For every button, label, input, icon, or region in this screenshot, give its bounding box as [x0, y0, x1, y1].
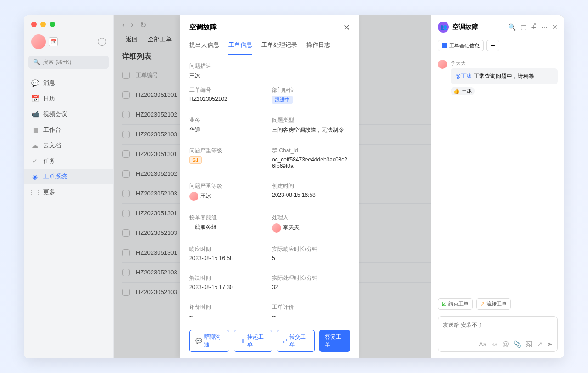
- severity-badge: S1: [189, 156, 202, 164]
- field-label: 接单客服组: [189, 214, 267, 222]
- user-row: 📅 +: [24, 31, 113, 53]
- tab-1[interactable]: 工单信息: [228, 37, 252, 55]
- emoji-icon[interactable]: ☺: [491, 340, 498, 348]
- mention[interactable]: @王冰: [455, 73, 472, 79]
- tab-0[interactable]: 提出人信息: [189, 37, 219, 55]
- add-member-icon[interactable]: +̊: [531, 23, 537, 31]
- nav-label: 更多: [43, 188, 55, 196]
- field-value: 5: [272, 255, 350, 262]
- field-value: HZ2023052102: [189, 96, 267, 102]
- font-icon[interactable]: Aa: [479, 340, 486, 348]
- field-label: 实际响应时长/分钟: [272, 245, 350, 253]
- field-value: 三间客房空调故障，无法制冷: [272, 126, 350, 134]
- field-value: --: [272, 313, 350, 319]
- forward-ticket-button[interactable]: ↗流转工单: [476, 298, 511, 310]
- nav-icon: ✓: [31, 157, 39, 165]
- send-icon[interactable]: ➤: [547, 340, 553, 348]
- hold-button[interactable]: ⏸挂起工单: [234, 330, 272, 352]
- field-label: 响应时间: [189, 245, 267, 253]
- nav-item-3[interactable]: ▦工作台: [24, 122, 113, 138]
- add-button[interactable]: +: [98, 38, 106, 46]
- nav-icon: ▦: [31, 126, 39, 134]
- window-controls: [24, 15, 113, 31]
- chat-body: 李天天 @王冰 正常查询问题中，请稍等 👍王冰: [431, 54, 564, 295]
- mention-icon[interactable]: @: [503, 340, 509, 348]
- msg-avatar[interactable]: [438, 60, 447, 69]
- nav-item-1[interactable]: 📅日历: [24, 91, 113, 106]
- msg-text: 正常查询问题中，请稍等: [472, 73, 534, 79]
- image-icon[interactable]: 🖼: [526, 340, 532, 348]
- panel-footer: 💬群聊沟通 ⏸挂起工单 ⇄转交工单 答复工单: [180, 323, 359, 358]
- nav-item-7[interactable]: ⋮⋮更多: [24, 184, 113, 200]
- group-chat-button[interactable]: 💬群聊沟通: [189, 330, 229, 352]
- chat-icon: 💬: [195, 338, 202, 344]
- chat-title: 空调故障: [452, 23, 478, 31]
- field-label: 群 Chat_id: [272, 147, 350, 155]
- field-label: 业务: [189, 117, 267, 124]
- nav-icon: ◉: [31, 173, 39, 180]
- field-label: 问题描述: [189, 62, 350, 70]
- field-label: 实际处理时长/分钟: [272, 274, 350, 282]
- field-value: 华通: [189, 126, 267, 134]
- tab-3[interactable]: 操作日志: [306, 37, 330, 55]
- person-avatar: [272, 223, 281, 233]
- nav-label: 云文档: [43, 141, 61, 150]
- field-value: 一线服务组: [189, 223, 267, 231]
- nav-item-6[interactable]: ◉工单系统: [24, 169, 113, 184]
- hold-icon: ⏸: [240, 338, 245, 344]
- calendar-icon[interactable]: 📅: [49, 37, 58, 46]
- list-icon: ☰: [491, 43, 495, 49]
- ticket-info-chip[interactable]: 工单基础信息: [438, 40, 484, 51]
- nav-icon: ☁: [31, 142, 39, 149]
- expand-icon[interactable]: ⤢: [537, 340, 543, 348]
- chat-input[interactable]: [443, 322, 553, 328]
- close-window-button[interactable]: [31, 22, 37, 27]
- field-label: 处理人: [272, 214, 350, 222]
- search-icon[interactable]: 🔍: [508, 23, 516, 31]
- reply-button[interactable]: 答复工单: [319, 330, 350, 352]
- reaction[interactable]: 👍王冰: [451, 87, 475, 95]
- field-label: 问题类型: [272, 117, 350, 124]
- nav-label: 工作台: [43, 126, 61, 134]
- field-value: 32: [272, 284, 350, 290]
- transfer-button[interactable]: ⇄转交工单: [277, 330, 315, 352]
- nav: 💬消息📅日历📹视频会议▦工作台☁云文档✓任务◉工单系统⋮⋮更多: [24, 72, 113, 358]
- nav-item-0[interactable]: 💬消息: [24, 75, 113, 91]
- attach-icon[interactable]: 📎: [514, 340, 521, 348]
- field-value: 王冰: [189, 72, 350, 80]
- person-name: 李天天: [283, 224, 300, 232]
- nav-item-5[interactable]: ✓任务: [24, 153, 113, 169]
- more-icon[interactable]: ⋯: [541, 23, 548, 31]
- avatar[interactable]: [31, 34, 46, 49]
- field-label: 工单评价: [272, 303, 350, 311]
- expand-chip[interactable]: ☰: [486, 40, 499, 51]
- field-value: oc_ceff58473ee4ddeb3ac08c26fb69f0af: [272, 156, 350, 169]
- field-label: 创建时间: [272, 182, 350, 190]
- chat-message: 李天天 @王冰 正常查询问题中，请稍等 👍王冰: [438, 60, 558, 95]
- field-label: 问题严重等级: [189, 182, 267, 190]
- search-input[interactable]: 🔍 搜索 (⌘+K): [28, 56, 109, 69]
- search-icon: 🔍: [33, 59, 40, 65]
- thumbs-up-icon: 👍: [453, 88, 460, 94]
- field-label: 解决时间: [189, 274, 267, 282]
- maximize-window-button[interactable]: [50, 22, 55, 27]
- nav-label: 任务: [43, 157, 55, 165]
- field-value: --: [189, 313, 267, 319]
- close-chat-icon[interactable]: ✕: [552, 23, 558, 31]
- chat-input-box: Aa ☺ @ 📎 🖼 ⤢ ➤: [438, 316, 558, 352]
- sidebar: 📅 + 🔍 搜索 (⌘+K) 💬消息📅日历📹视频会议▦工作台☁云文档✓任务◉工单…: [24, 15, 114, 358]
- nav-item-2[interactable]: 📹视频会议: [24, 106, 113, 122]
- close-icon[interactable]: ✕: [343, 22, 350, 33]
- tab-2[interactable]: 工单处理记录: [261, 37, 297, 55]
- person-avatar: [189, 192, 198, 201]
- nav-item-4[interactable]: ☁云文档: [24, 138, 113, 153]
- minimize-window-button[interactable]: [40, 22, 46, 27]
- close-ticket-button[interactable]: ☑结束工单: [438, 298, 473, 310]
- person-name: 王冰: [200, 192, 211, 200]
- video-icon[interactable]: ▢: [520, 23, 526, 31]
- field-label: 工单编号: [189, 86, 267, 94]
- nav-icon: ⋮⋮: [31, 189, 39, 196]
- msg-bubble: @王冰 正常查询问题中，请稍等: [451, 68, 558, 84]
- nav-label: 日历: [43, 95, 55, 103]
- nav-icon: 📅: [31, 95, 39, 102]
